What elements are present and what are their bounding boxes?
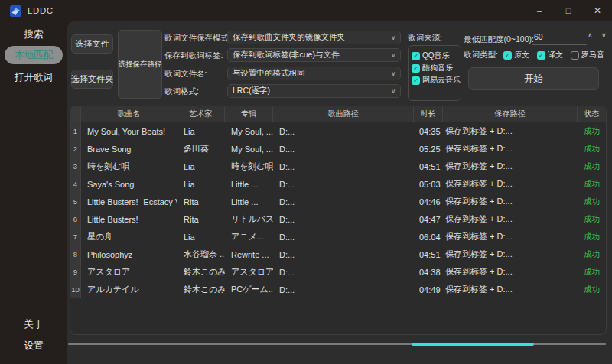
cell-artist: 鈴木このみ xyxy=(177,284,225,295)
header-status[interactable]: 状态 xyxy=(578,106,606,122)
table-row[interactable]: 6 Little Busters! Rita リトルバス... D:... 04… xyxy=(70,210,606,228)
lyric-type-translation[interactable]: ✓ 译文 xyxy=(537,50,563,60)
check-icon: ✓ xyxy=(539,52,544,59)
table-row[interactable]: 2 Brave Song 多田葵 My Soul, ... D:... 05:2… xyxy=(70,140,606,158)
cell-artist: 鈴木このみ xyxy=(177,266,225,278)
format-select[interactable]: LRC(逐字) ∨ xyxy=(227,84,401,98)
source-option-kugou[interactable]: ✓ 酷狗音乐 xyxy=(412,62,461,74)
table-row[interactable]: 7 星の舟 Lia アニメ... D:... 06:04 保存到标签 + D:.… xyxy=(70,228,606,245)
header-album[interactable]: 专辑 xyxy=(225,106,273,122)
source-label: 歌词来源: xyxy=(408,31,442,44)
checkbox-checked-icon[interactable]: ✓ xyxy=(412,52,420,60)
header-duration[interactable]: 时长 xyxy=(414,106,443,122)
spin-down-icon[interactable]: ∨ xyxy=(601,31,607,39)
table-row[interactable]: 1 My Soul, Your Beats! Lia My Soul, ... … xyxy=(70,122,606,140)
save-tag-label: 保存到歌词标签: xyxy=(164,48,223,62)
checkbox-checked-icon[interactable]: ✓ xyxy=(537,51,545,60)
check-icon: ✓ xyxy=(413,65,418,72)
minimize-button[interactable]: – xyxy=(525,0,554,21)
cell-artist: Lia xyxy=(177,180,225,189)
row-index: 7 xyxy=(70,228,81,245)
select-folder-button[interactable]: 选择文件夹 xyxy=(71,70,113,89)
save-mode-value: 保存到歌曲文件夹的镜像文件夹 xyxy=(233,32,345,43)
maximize-button[interactable]: □ xyxy=(554,0,583,21)
checkbox-checked-icon[interactable]: ✓ xyxy=(503,51,512,60)
check-icon: ✓ xyxy=(413,53,418,60)
cell-save-path: 保存到标签 + D:... xyxy=(443,231,578,242)
checkbox-unchecked-icon[interactable] xyxy=(571,51,579,60)
lyric-type-original[interactable]: ✓ 原文 xyxy=(503,50,529,60)
table-row[interactable]: 3 時を刻む唄 Lia 時を刻む唄 ... D:... 04:51 保存到标签 … xyxy=(70,158,606,175)
header-save-path[interactable]: 保存路径 xyxy=(443,106,578,122)
cell-artist: Lia xyxy=(177,232,225,242)
sidebar-item-search[interactable]: 搜索 xyxy=(0,26,67,43)
row-index: 4 xyxy=(70,175,81,193)
status-badge: 成功 xyxy=(578,161,606,172)
table-row[interactable]: 4 Saya's Song Lia Little ... D:... 05:03… xyxy=(70,175,606,193)
row-index: 9 xyxy=(70,263,81,281)
source-option-label: 网易云音乐 xyxy=(422,75,461,86)
spin-up-icon[interactable]: ∧ xyxy=(588,31,593,39)
cell-artist: Lia xyxy=(177,127,225,136)
filename-select[interactable]: 与设置中的格式相同 ∨ xyxy=(227,67,401,80)
status-badge: 成功 xyxy=(578,284,606,295)
cell-save-path: 保存到标签 + D:... xyxy=(443,266,578,278)
cell-album: PCゲーム... xyxy=(225,284,273,295)
lyric-type-label: 歌词类型: xyxy=(464,50,498,60)
header-artist[interactable]: 艺术家 xyxy=(177,106,225,122)
cell-song: アルカテイル xyxy=(81,284,177,295)
save-tag-value: 保存到歌词标签(非cue)与文件 xyxy=(233,50,339,60)
table-row[interactable]: 5 Little Busters! -Ecstacy Ver.- Rita Li… xyxy=(70,193,606,210)
checkbox-checked-icon[interactable]: ✓ xyxy=(412,64,420,73)
cell-duration: 05:25 xyxy=(414,145,443,154)
cell-duration: 04:38 xyxy=(414,268,443,277)
sidebar-item-local-match[interactable]: 本地匹配 xyxy=(5,46,63,64)
lyric-type-romaji[interactable]: 罗马音 xyxy=(571,50,604,60)
window-controls: – □ ✕ xyxy=(525,0,612,21)
sidebar-item-about[interactable]: 关于 xyxy=(0,316,67,333)
cell-duration: 04:47 xyxy=(414,215,443,224)
checkbox-checked-icon[interactable]: ✓ xyxy=(412,76,420,85)
table-row[interactable]: 9 アスタロア 鈴木このみ アスタロア/... D:... 04:38 保存到标… xyxy=(70,263,606,281)
cell-artist: Lia xyxy=(177,162,225,171)
close-button[interactable]: ✕ xyxy=(583,0,612,21)
cell-song: 星の舟 xyxy=(81,231,177,242)
app-logo-icon xyxy=(10,5,21,17)
header-song[interactable]: 歌曲名 xyxy=(81,106,177,122)
status-badge: 成功 xyxy=(578,232,606,242)
check-icon: ✓ xyxy=(413,77,418,84)
source-option-label: 酷狗音乐 xyxy=(422,63,453,73)
select-save-path-button[interactable]: 选择保存路径 xyxy=(118,30,162,99)
save-tag-select[interactable]: 保存到歌词标签(非cue)与文件 ∨ xyxy=(227,48,401,62)
cell-path: D:... xyxy=(273,145,414,154)
table-row[interactable]: 8 Philosophyz 水谷瑠奈 ... Rewrite ... D:...… xyxy=(70,245,606,263)
source-option-qq[interactable]: ✓ QQ音乐 xyxy=(412,50,461,62)
header-index xyxy=(70,106,81,122)
table-row[interactable]: 10 アルカテイル 鈴木このみ PCゲーム... D:... 04:49 保存到… xyxy=(70,281,606,298)
min-match-input[interactable]: 60 xyxy=(534,32,543,41)
cell-duration: 04:35 xyxy=(414,127,443,136)
window-title: LDDC xyxy=(28,6,54,15)
cell-path: D:... xyxy=(273,285,414,294)
sidebar-item-settings[interactable]: 设置 xyxy=(0,337,67,354)
sidebar-item-open-lyrics[interactable]: 打开歌词 xyxy=(0,69,67,86)
format-label: 歌词格式: xyxy=(164,84,199,98)
chevron-down-icon: ∨ xyxy=(391,34,396,41)
source-option-netease[interactable]: ✓ 网易云音乐 xyxy=(412,74,461,86)
header-song-path[interactable]: 歌曲路径 xyxy=(273,106,414,122)
cell-save-path: 保存到标签 + D:... xyxy=(443,284,578,295)
check-icon: ✓ xyxy=(505,52,510,59)
chevron-down-icon: ∨ xyxy=(391,52,396,59)
cell-path: D:... xyxy=(273,250,414,259)
lyric-type-option-label: 罗马音 xyxy=(581,50,604,60)
cell-artist: Rita xyxy=(177,197,225,206)
status-badge: 成功 xyxy=(578,144,606,154)
cell-save-path: 保存到标签 + D:... xyxy=(443,178,578,190)
cell-path: D:... xyxy=(273,215,414,224)
select-file-button[interactable]: 选择文件 xyxy=(71,34,113,54)
save-mode-select[interactable]: 保存到歌曲文件夹的镜像文件夹 ∨ xyxy=(227,31,401,44)
cell-song: 時を刻む唄 xyxy=(81,161,177,172)
progress-chunk xyxy=(412,343,534,346)
row-index: 6 xyxy=(70,210,81,228)
start-button[interactable]: 开始 xyxy=(468,67,599,90)
